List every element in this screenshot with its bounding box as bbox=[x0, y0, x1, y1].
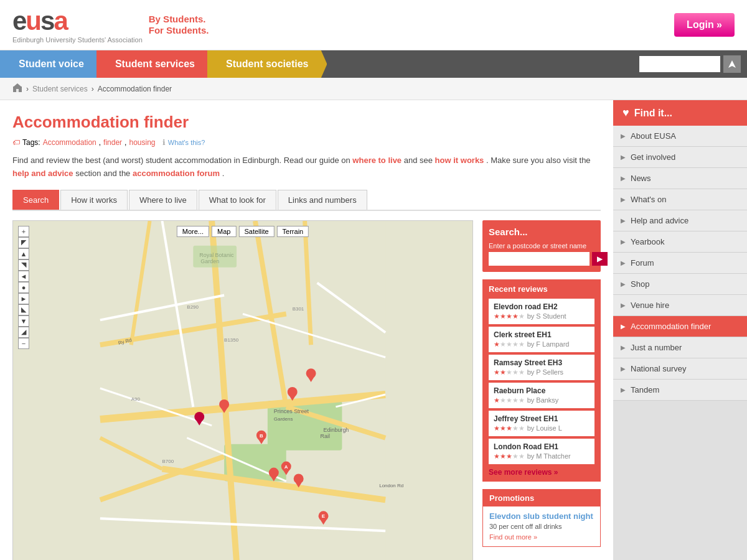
map-nav-se[interactable]: ◢ bbox=[18, 327, 29, 338]
sidebar-item-news[interactable]: ▶News bbox=[613, 168, 747, 189]
tab-links-and-numbers[interactable]: Links and numbers bbox=[278, 190, 367, 210]
sidebar-item-help-and-advice[interactable]: ▶Help and advice bbox=[613, 210, 747, 231]
star-filled: ★ bbox=[500, 424, 506, 432]
review-item[interactable]: Jeffrey Street EH1★★★★★ by Louise L bbox=[489, 411, 594, 436]
review-item[interactable]: Elevdon road EH2★★★★★ by S Student bbox=[489, 299, 594, 324]
star-filled: ★ bbox=[500, 312, 506, 320]
breadcrumb-separator2: › bbox=[92, 85, 94, 93]
map-zoom-in[interactable]: + bbox=[18, 226, 29, 237]
header: eusa Edinburgh University Students' Asso… bbox=[0, 0, 747, 50]
sidebar-item-national-survey[interactable]: ▶National survey bbox=[613, 358, 747, 380]
find-it-icon: ♥ bbox=[622, 106, 629, 119]
breadcrumb-student-services[interactable]: Student services bbox=[32, 85, 88, 93]
review-item[interactable]: Raeburn Place★★★★★ by Banksy bbox=[489, 383, 594, 408]
map-map-button[interactable]: Map bbox=[212, 226, 236, 237]
review-meta: by S Student bbox=[527, 312, 566, 320]
accommodation-forum-link[interactable]: accommodation forum bbox=[133, 169, 220, 178]
review-item[interactable]: London Road EH1★★★★★ by M Thatcher bbox=[489, 439, 594, 464]
sidebar-item-tandem[interactable]: ▶Tandem bbox=[613, 380, 747, 401]
map-nav-s[interactable]: ▼ bbox=[18, 315, 29, 327]
login-button[interactable]: Login » bbox=[674, 13, 735, 37]
where-to-live-link[interactable]: where to live bbox=[352, 156, 402, 165]
review-meta: by Banksy bbox=[527, 396, 559, 404]
map-nav-w[interactable]: ◄ bbox=[18, 271, 29, 282]
sidebar-item-forum[interactable]: ▶Forum bbox=[613, 253, 747, 274]
star-filled: ★ bbox=[494, 312, 500, 320]
home-icon[interactable] bbox=[12, 83, 22, 95]
sidebar-arrow: ▶ bbox=[621, 281, 626, 287]
sidebar-item-about-eusa[interactable]: ▶About EUSA bbox=[613, 126, 747, 147]
map-zoom-out[interactable]: − bbox=[18, 338, 29, 349]
sidebar-item-label: About EUSA bbox=[631, 131, 676, 141]
review-item[interactable]: Ramsay Street EH3★★★★★ by P Sellers bbox=[489, 355, 594, 380]
right-panel: Search... Enter a postcode or street nam… bbox=[482, 220, 601, 560]
map-terrain-button[interactable]: Terrain bbox=[277, 226, 309, 237]
map-container[interactable]: B bbox=[12, 220, 473, 560]
nav-student-services[interactable]: Student services bbox=[96, 50, 214, 78]
sidebar-arrow: ▶ bbox=[621, 217, 626, 224]
review-meta: by M Thatcher bbox=[527, 452, 571, 460]
tag-finder[interactable]: finder bbox=[103, 138, 122, 147]
star-filled: ★ bbox=[506, 452, 512, 460]
sidebar-item-what's-on[interactable]: ▶What's on bbox=[613, 189, 747, 210]
tag-housing[interactable]: housing bbox=[129, 138, 155, 147]
star-empty: ★ bbox=[512, 452, 519, 460]
sidebar-item-venue-hire[interactable]: ▶Venue hire bbox=[613, 295, 747, 316]
sidebar-item-yearbook[interactable]: ▶Yearbook bbox=[613, 231, 747, 253]
map-nav-e[interactable]: ► bbox=[18, 293, 29, 304]
sidebar-item-just-a-number[interactable]: ▶Just a number bbox=[613, 337, 747, 358]
sidebar-item-label: Yearbook bbox=[631, 237, 664, 246]
nav-student-societies[interactable]: Student societies bbox=[207, 50, 327, 78]
nav-student-voice[interactable]: Student voice bbox=[0, 50, 103, 78]
star-empty: ★ bbox=[512, 396, 519, 404]
star-empty: ★ bbox=[512, 340, 519, 348]
star-filled: ★ bbox=[494, 368, 500, 376]
see-more-reviews-link[interactable]: See more reviews » bbox=[489, 468, 594, 477]
map-nav-n[interactable]: ▲ bbox=[18, 248, 29, 259]
svg-text:B700: B700 bbox=[162, 458, 174, 464]
recent-reviews-panel: Recent reviews Elevdon road EH2★★★★★ by … bbox=[482, 279, 601, 482]
logo[interactable]: eusa Edinburgh University Students' Asso… bbox=[12, 6, 143, 44]
search-panel: Search... Enter a postcode or street nam… bbox=[482, 220, 601, 272]
star-filled: ★ bbox=[506, 424, 512, 432]
star-filled: ★ bbox=[494, 452, 500, 460]
svg-text:Princes Street: Princes Street bbox=[274, 408, 309, 414]
search-input-label: Enter a postcode or street name bbox=[489, 242, 594, 250]
sidebar-item-label: Help and advice bbox=[631, 216, 688, 225]
map-satellite-button[interactable]: Satellite bbox=[238, 226, 274, 237]
map-nav-sw[interactable]: ◣ bbox=[18, 304, 29, 315]
star-empty: ★ bbox=[519, 312, 525, 320]
promo-find-out-more-link[interactable]: Find out more » bbox=[489, 533, 537, 541]
how-it-works-link[interactable]: how it works bbox=[435, 156, 484, 165]
svg-rect-59 bbox=[193, 245, 237, 267]
postcode-search-input[interactable] bbox=[489, 252, 590, 266]
help-advice-link[interactable]: help and advice bbox=[12, 169, 73, 178]
reviews-list: Elevdon road EH2★★★★★ by S StudentClerk … bbox=[489, 299, 594, 464]
star-empty: ★ bbox=[506, 340, 512, 348]
map-nav-ne[interactable]: ◥ bbox=[18, 259, 29, 271]
tabs-bar: SearchHow it worksWhere to liveWhat to l… bbox=[12, 190, 601, 211]
map-nav-nw[interactable]: ◤ bbox=[18, 237, 29, 248]
nav-search-input[interactable] bbox=[639, 56, 720, 72]
review-name: London Road EH1 bbox=[494, 442, 590, 451]
tab-search[interactable]: Search bbox=[12, 190, 59, 210]
sidebar-item-accommodation-finder[interactable]: ▶Accommodation finder bbox=[613, 316, 747, 337]
sidebar-item-label: National survey bbox=[631, 364, 687, 373]
map-nav-center[interactable]: ● bbox=[18, 282, 29, 293]
nav-search-button[interactable] bbox=[723, 55, 741, 73]
tag-accommodation[interactable]: Accommodation bbox=[43, 138, 96, 147]
breadcrumb: › Student services › Accommodation finde… bbox=[0, 78, 747, 100]
sidebar-item-get-involved[interactable]: ▶Get involved bbox=[613, 147, 747, 168]
whats-this-link[interactable]: What's this? bbox=[168, 139, 205, 146]
tab-what-to-look-for[interactable]: What to look for bbox=[199, 190, 276, 210]
map-more-button[interactable]: More... bbox=[177, 226, 209, 237]
review-name: Jeffrey Street EH1 bbox=[494, 414, 590, 423]
tab-where-to-live[interactable]: Where to live bbox=[129, 190, 197, 210]
review-item[interactable]: Clerk street EH1★★★★★ by F Lampard bbox=[489, 327, 594, 352]
svg-marker-2 bbox=[13, 83, 22, 87]
postcode-search-button[interactable]: ▶ bbox=[592, 252, 608, 266]
star-empty: ★ bbox=[506, 368, 512, 376]
star-filled: ★ bbox=[500, 368, 506, 376]
tab-how-it-works[interactable]: How it works bbox=[60, 190, 128, 210]
sidebar-item-shop[interactable]: ▶Shop bbox=[613, 274, 747, 295]
